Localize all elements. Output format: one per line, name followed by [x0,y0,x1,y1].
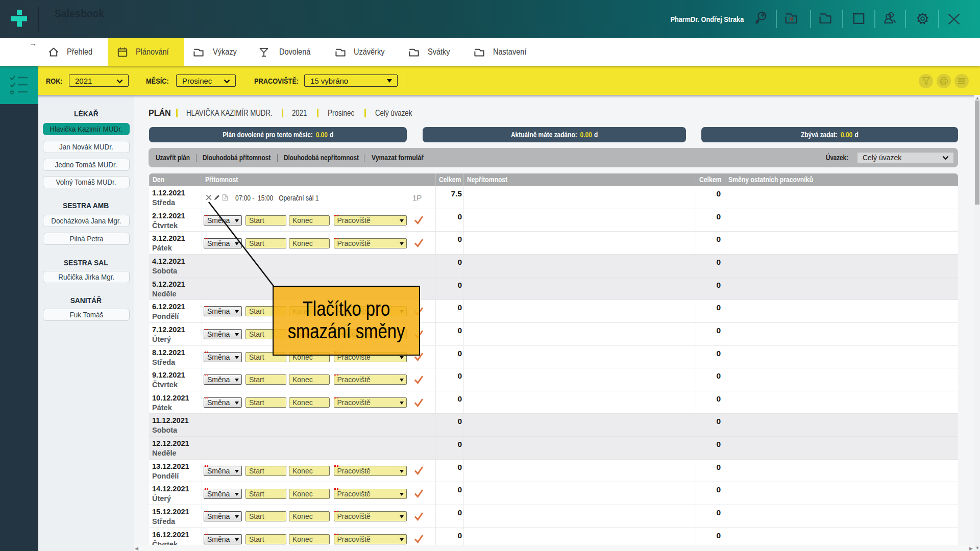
svg-text:N: N [790,16,793,22]
